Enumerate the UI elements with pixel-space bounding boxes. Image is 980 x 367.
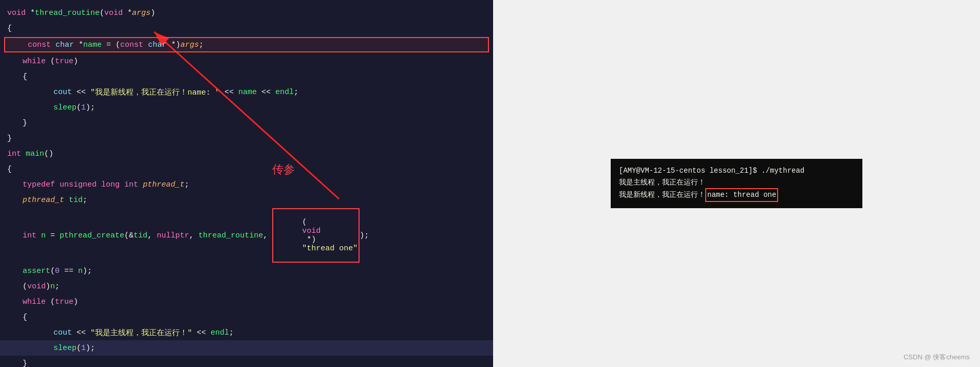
code-line-9: } bbox=[0, 131, 493, 146]
code-line-5: { bbox=[0, 69, 493, 84]
terminal-prompt: [AMY@VM-12-15-centos lesson_21]$ ./mythr… bbox=[619, 165, 854, 176]
code-line-1: void * thread_routine ( void * args ) bbox=[0, 5, 493, 21]
code-line-19: cout << "我是主线程，我正在运行！" << endl ; bbox=[0, 325, 493, 340]
code-line-16: ( void ) n ; bbox=[0, 279, 493, 294]
code-line-10: int main () bbox=[0, 146, 493, 161]
code-line-11: { bbox=[0, 161, 493, 177]
code-line-15: assert ( 0 == n ); bbox=[0, 263, 493, 279]
thread-one-box: ( void *) "thread one" bbox=[272, 208, 360, 263]
chuancan-label: 传参 bbox=[272, 162, 295, 177]
terminal-line-2: 我是新线程，我正在运行！ name: thread one bbox=[619, 188, 854, 201]
code-line-2: { bbox=[0, 21, 493, 36]
terminal: [AMY@VM-12-15-centos lesson_21]$ ./mythr… bbox=[611, 159, 862, 208]
keyword-void: void bbox=[7, 9, 26, 17]
csdn-watermark: CSDN @ 侠客cheems bbox=[903, 353, 970, 362]
code-line-21: } bbox=[0, 356, 493, 367]
code-line-17: while ( true ) bbox=[0, 294, 493, 309]
code-line-13: pthread_t tid ; bbox=[0, 192, 493, 208]
code-line-12: typedef unsigned long int pthread_t ; bbox=[0, 177, 493, 192]
code-line-3: const char * name = ( const char *) args… bbox=[4, 37, 489, 52]
code-line-6: cout << "我是新线程，我正在运行！name: " << name << … bbox=[0, 84, 493, 100]
code-panel: void * thread_routine ( void * args ) { … bbox=[0, 0, 493, 367]
code-line-14: int n = pthread_create (& tid , nullptr … bbox=[0, 208, 493, 263]
code-line-8: } bbox=[0, 115, 493, 131]
name-highlight-box: name: thread one bbox=[705, 188, 778, 201]
code-line-4: while ( true ) bbox=[0, 53, 493, 69]
right-panel: [AMY@VM-12-15-centos lesson_21]$ ./mythr… bbox=[493, 0, 980, 367]
terminal-line-1: 我是主线程，我正在运行！ bbox=[619, 177, 854, 188]
code-line-7: sleep ( 1 ); bbox=[0, 100, 493, 115]
code-line-20: sleep ( 1 ); bbox=[0, 340, 493, 356]
code-line-18: { bbox=[0, 309, 493, 325]
